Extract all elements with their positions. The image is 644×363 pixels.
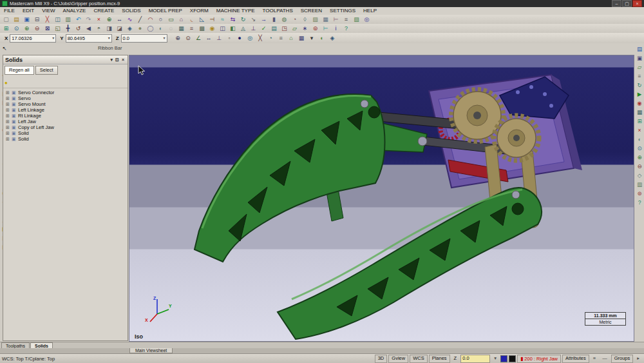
levels-icon[interactable]: ≡ xyxy=(187,25,196,33)
toolpaths-manager-icon[interactable]: ▤ xyxy=(636,45,643,53)
section-view-icon[interactable]: ◧ xyxy=(228,25,238,33)
chevron-down-icon[interactable]: ▾ xyxy=(491,355,499,362)
previous-view-icon[interactable]: ◀ xyxy=(84,25,93,33)
dynamic-rotate-icon[interactable]: ↺ xyxy=(73,25,83,33)
active-level-button[interactable]: ▮ 200 : Right Jaw xyxy=(517,355,561,363)
fastpoint-icon[interactable]: ⊙ xyxy=(184,34,193,43)
chevron-down-icon[interactable]: ▾ xyxy=(109,57,115,63)
zoom-out-icon[interactable]: ⊖ xyxy=(32,25,42,33)
origin-icon[interactable]: ⊚ xyxy=(310,25,320,33)
tree-expander-icon[interactable]: ⊞ xyxy=(6,90,12,95)
tree-expander-icon[interactable]: ⊞ xyxy=(6,113,12,119)
menu-item[interactable]: SCREEN xyxy=(297,7,326,15)
solids-tree-item[interactable]: ⊞ ▣ Left Jaw xyxy=(6,119,128,124)
post-icon[interactable]: ⊚ xyxy=(636,190,643,197)
lightbulb-icon[interactable]: ● xyxy=(5,80,8,86)
copy-icon[interactable]: ◫ xyxy=(53,15,62,24)
solids-tree-item[interactable]: ⊞ ▣ Servo Connector xyxy=(6,90,128,95)
menu-item[interactable]: MODEL PREP xyxy=(145,7,186,15)
loft-icon[interactable]: ◊ xyxy=(300,15,310,24)
chevron-down-icon[interactable]: ▾ xyxy=(108,35,110,42)
tree-expander-icon[interactable]: ⊞ xyxy=(6,137,12,142)
save-icon[interactable]: ▣ xyxy=(22,15,32,24)
pan-icon[interactable]: ╋ xyxy=(63,25,73,33)
x-coordinate-input[interactable]: 17.06326 ▾ xyxy=(10,34,56,43)
scale-icon[interactable]: ↘ xyxy=(249,15,258,24)
menu-item[interactable]: CREATE xyxy=(90,7,118,15)
delete-icon[interactable]: × xyxy=(94,15,104,24)
spotlight-icon[interactable]: ◉ xyxy=(207,25,217,33)
zoom-in-icon[interactable]: ⊕ xyxy=(22,25,32,33)
wcs-button[interactable]: WCS xyxy=(410,355,428,363)
machine-group-icon[interactable]: ▦ xyxy=(636,108,643,116)
arc-icon[interactable]: ◠ xyxy=(146,15,155,24)
expand-status-icon[interactable]: ▸ xyxy=(634,355,642,362)
tree-expander-icon[interactable]: ⊞ xyxy=(6,131,12,136)
cut-icon[interactable]: ╳ xyxy=(43,15,52,24)
endpoint-snap-icon[interactable]: ● xyxy=(235,34,245,43)
chamfer-icon[interactable]: ◺ xyxy=(197,15,207,24)
mirror-icon[interactable]: ⇆ xyxy=(228,15,238,24)
backplot-icon[interactable]: ▶ xyxy=(636,90,643,98)
menu-item[interactable]: FILE xyxy=(0,7,19,15)
color-swatch[interactable] xyxy=(500,355,507,362)
menu-item[interactable]: VIEW xyxy=(38,7,59,15)
polygon-icon[interactable]: ⌂ xyxy=(176,15,186,24)
redo-icon[interactable]: ↷ xyxy=(84,15,93,24)
paste-icon[interactable]: ▥ xyxy=(63,15,73,24)
line-style-icon[interactable]: ≡ xyxy=(591,355,598,362)
select-op-icon[interactable]: ⊙ xyxy=(636,144,643,152)
tree-expander-icon[interactable]: ⊞ xyxy=(6,125,12,130)
mesh-icon[interactable]: ▦ xyxy=(321,15,330,24)
check-solid-icon[interactable]: ✓ xyxy=(259,25,269,33)
gview-button[interactable]: Gview xyxy=(388,355,408,363)
ruler-icon[interactable]: ⊢ xyxy=(321,25,330,33)
intersect-snap-icon[interactable]: ╳ xyxy=(256,34,265,43)
revolve-icon[interactable]: ◍ xyxy=(279,15,289,24)
analyze-point-icon[interactable]: ⊕ xyxy=(104,15,114,24)
collapse-ops-icon[interactable]: ⊖ xyxy=(636,162,643,170)
rotate-icon[interactable]: ↻ xyxy=(238,15,248,24)
solids-manager-icon[interactable]: ▣ xyxy=(636,54,643,62)
new-file-icon[interactable]: ▢ xyxy=(1,15,11,24)
line-icon[interactable]: ╱ xyxy=(135,15,145,24)
graphics-viewport[interactable]: Z Y X Iso 11.333 mm Metric xyxy=(129,55,634,342)
dimension-icon[interactable]: ⊢ xyxy=(331,15,341,24)
angle-snap-icon[interactable]: ∠ xyxy=(194,34,204,43)
translate-icon[interactable]: → xyxy=(259,15,269,24)
chevron-down-icon[interactable]: ▾ xyxy=(164,35,166,42)
undo-icon[interactable]: ↶ xyxy=(73,15,83,24)
expand-ops-icon[interactable]: ⊕ xyxy=(636,153,643,161)
extrude-icon[interactable]: ▮ xyxy=(269,15,279,24)
front-view-icon[interactable]: ◨ xyxy=(104,25,114,33)
plane-select-icon[interactable]: ▱ xyxy=(290,25,299,33)
note-icon[interactable]: ≡ xyxy=(341,15,351,24)
menu-item[interactable]: EDIT xyxy=(19,7,38,15)
menu-item[interactable]: MACHINE TYPE xyxy=(213,7,259,15)
print-icon[interactable]: ⊟ xyxy=(32,15,42,24)
fillet-icon[interactable]: ◟ xyxy=(187,15,196,24)
hatch-icon[interactable]: ▧ xyxy=(352,15,361,24)
regen-icon[interactable]: ↻ xyxy=(636,81,643,89)
length-snap-icon[interactable]: ↔ xyxy=(204,34,214,43)
groups-button[interactable]: Groups xyxy=(611,355,634,363)
rectangle-icon[interactable]: ▭ xyxy=(166,15,176,24)
lower-jaw[interactable] xyxy=(278,188,542,339)
tree-expander-icon[interactable]: ⊞ xyxy=(6,108,12,113)
grid-icon[interactable]: ▦ xyxy=(176,25,186,33)
trim-icon[interactable]: ⊣ xyxy=(207,15,217,24)
wireframe-icon[interactable]: ◯ xyxy=(146,25,155,33)
menu-item[interactable]: HELP xyxy=(359,7,381,15)
menu-item[interactable]: TOOLPATHS xyxy=(259,7,297,15)
solids-tree-item[interactable]: ⊞ ▣ Servo Mount xyxy=(6,101,128,107)
solids-tree-item[interactable]: ⊞ ▣ Copy of Left Jaw xyxy=(6,124,128,130)
snap-options-icon[interactable]: ▾ xyxy=(307,34,317,43)
planes-manager-icon[interactable]: ▱ xyxy=(636,63,643,71)
pin-icon[interactable]: ⊡ xyxy=(114,57,120,63)
hide-entity-icon[interactable]: ◌ xyxy=(166,25,176,33)
color-swatch-2[interactable] xyxy=(509,355,516,362)
toggle-display-icon[interactable]: ◐ xyxy=(636,135,643,143)
midpoint-snap-icon[interactable]: ◦ xyxy=(225,34,234,43)
verify-icon[interactable]: ◉ xyxy=(636,99,643,107)
close-button[interactable]: × xyxy=(632,0,642,7)
